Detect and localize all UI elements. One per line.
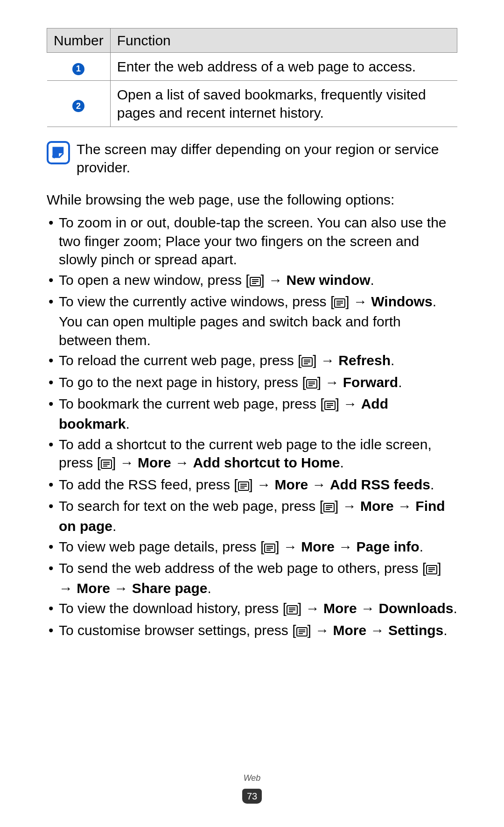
footer-section: Web bbox=[0, 773, 504, 784]
bold-text: More bbox=[138, 455, 171, 470]
table-row: 2Open a list of saved bookmarks, frequen… bbox=[47, 81, 457, 127]
list-item: To add a shortcut to the current web pag… bbox=[59, 435, 457, 474]
bold-text: Windows bbox=[371, 294, 432, 309]
text: To zoom in or out, double-tap the screen… bbox=[59, 215, 447, 267]
text: To go to the next page in history, press… bbox=[59, 375, 306, 390]
bold-text: New window bbox=[287, 272, 371, 288]
note-text: The screen may differ depending on your … bbox=[77, 140, 457, 177]
bold-text: More bbox=[275, 477, 308, 492]
text: To reload the current web page, press [ bbox=[59, 353, 301, 368]
bold-text: Add RSS feeds bbox=[330, 477, 430, 492]
list-item: To bookmark the current web page, press … bbox=[59, 395, 457, 433]
text: To customise browser settings, press [ bbox=[59, 622, 296, 638]
function-table: Number Function 1Enter the web address o… bbox=[47, 28, 457, 127]
text: To send the web address of the web page … bbox=[59, 560, 426, 576]
text: → bbox=[308, 477, 330, 492]
number-badge: 2 bbox=[72, 100, 84, 112]
menu-key-icon bbox=[323, 498, 335, 517]
text: → bbox=[110, 580, 132, 596]
note-icon bbox=[47, 141, 70, 164]
text: . bbox=[443, 622, 447, 638]
text: To view web page details, press [ bbox=[59, 539, 264, 554]
bold-text: Settings bbox=[388, 622, 443, 638]
bold-text: More bbox=[301, 539, 335, 554]
number-cell: 1 bbox=[47, 53, 111, 81]
list-item: To view the download history, press [] →… bbox=[59, 599, 457, 619]
bold-text: More bbox=[323, 601, 357, 616]
menu-key-icon bbox=[306, 375, 317, 393]
options-list: To zoom in or out, double-tap the screen… bbox=[47, 213, 457, 641]
text: ] → bbox=[308, 622, 333, 638]
note-block: The screen may differ depending on your … bbox=[47, 140, 457, 177]
function-cell: Open a list of saved bookmarks, frequent… bbox=[110, 81, 457, 127]
list-item: To reload the current web page, press []… bbox=[59, 351, 457, 371]
text: ] → bbox=[336, 396, 361, 411]
text: To add the RSS feed, press [ bbox=[59, 477, 238, 492]
text: . bbox=[453, 601, 457, 616]
menu-key-icon bbox=[301, 353, 313, 371]
function-cell: Enter the web address of a web page to a… bbox=[110, 53, 457, 81]
table-header-number: Number bbox=[47, 28, 111, 53]
menu-key-icon bbox=[324, 396, 336, 415]
text: To open a new window, press [ bbox=[59, 272, 250, 288]
page-footer: Web 73 bbox=[0, 773, 504, 804]
bold-text: Share page bbox=[132, 580, 208, 596]
text: . bbox=[420, 539, 423, 554]
list-item: To view web page details, press [] → Mor… bbox=[59, 537, 457, 558]
bold-text: More bbox=[360, 498, 394, 514]
menu-key-icon bbox=[264, 539, 275, 558]
bold-text: Refresh bbox=[338, 353, 391, 368]
list-item: To add the RSS feed, press [] → More → A… bbox=[59, 475, 457, 495]
page-number: 73 bbox=[242, 789, 262, 804]
text: ] → bbox=[261, 272, 287, 288]
list-item: To search for text on the web page, pres… bbox=[59, 497, 457, 535]
menu-key-icon bbox=[334, 294, 345, 312]
list-item: To open a new window, press [] → New win… bbox=[59, 271, 457, 291]
list-item: To view the currently active windows, pr… bbox=[59, 292, 457, 349]
text: ] → bbox=[313, 353, 338, 368]
text: . bbox=[398, 375, 402, 390]
text: . bbox=[126, 416, 129, 431]
text: ] → bbox=[298, 601, 323, 616]
bold-text: Page info bbox=[357, 539, 420, 554]
bold-text: Downloads bbox=[378, 601, 453, 616]
number-badge: 1 bbox=[72, 63, 84, 75]
bold-text: More bbox=[333, 622, 367, 638]
table-header-function: Function bbox=[110, 28, 457, 53]
text: ] → bbox=[335, 498, 360, 514]
table-row: 1Enter the web address of a web page to … bbox=[47, 53, 457, 81]
text: → bbox=[357, 601, 379, 616]
text: . bbox=[391, 353, 394, 368]
list-item: To zoom in or out, double-tap the screen… bbox=[59, 213, 457, 269]
text: . bbox=[340, 455, 343, 470]
menu-key-icon bbox=[101, 455, 112, 474]
text: ] → bbox=[345, 294, 371, 309]
text: ] → bbox=[249, 477, 275, 492]
list-item: To send the web address of the web page … bbox=[59, 559, 457, 597]
text: To search for text on the web page, pres… bbox=[59, 498, 323, 514]
number-cell: 2 bbox=[47, 81, 111, 127]
text: . bbox=[207, 580, 211, 596]
text: . bbox=[112, 518, 116, 534]
text: . bbox=[371, 272, 374, 288]
text: ] → bbox=[317, 375, 343, 390]
bold-text: More bbox=[77, 580, 110, 596]
bold-text: Forward bbox=[343, 375, 398, 390]
text: → bbox=[394, 498, 416, 514]
text: → bbox=[366, 622, 388, 638]
text: → bbox=[335, 539, 357, 554]
text: ] → bbox=[275, 539, 301, 554]
list-item: To go to the next page in history, press… bbox=[59, 373, 457, 393]
text: → bbox=[171, 455, 193, 470]
menu-key-icon bbox=[238, 477, 249, 495]
bold-text: Add shortcut to Home bbox=[193, 455, 340, 470]
menu-key-icon bbox=[426, 560, 437, 579]
text: To view the download history, press [ bbox=[59, 601, 287, 616]
text: To view the currently active windows, pr… bbox=[59, 294, 334, 309]
text: To bookmark the current web page, press … bbox=[59, 396, 324, 411]
menu-key-icon bbox=[250, 272, 261, 291]
text: . bbox=[430, 477, 434, 492]
intro-text: While browsing the web page, use the fol… bbox=[47, 191, 457, 209]
menu-key-icon bbox=[296, 622, 308, 641]
text: ] → bbox=[112, 455, 138, 470]
